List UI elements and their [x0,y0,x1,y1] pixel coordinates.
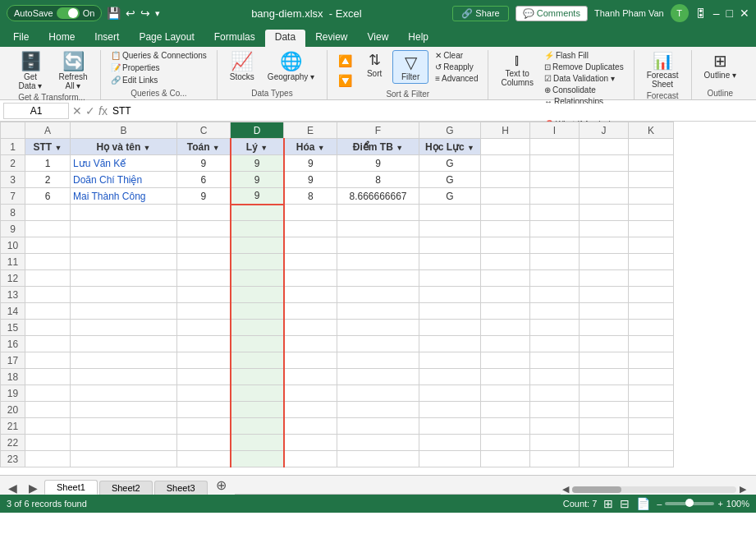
cell-G16[interactable] [419,336,481,352]
cell-D23[interactable] [231,451,284,467]
cell-F10[interactable] [337,237,419,254]
cell-C20[interactable] [177,402,231,418]
cell-A19[interactable] [25,385,71,402]
cell-mode-icon[interactable]: ⊞ [603,497,613,510]
sheet-tab-sheet2[interactable]: Sheet2 [99,481,153,495]
cell-K21[interactable] [629,418,674,435]
cell-A1[interactable]: STT ▼ [25,139,71,155]
cell-J10[interactable] [580,237,629,254]
cell-B3[interactable]: Doãn Chí Thiện [71,172,177,188]
zoom-slider[interactable] [665,502,714,505]
cell-H7[interactable] [481,188,530,205]
name-box[interactable] [3,103,69,119]
cell-B13[interactable] [71,287,177,303]
col-header-B[interactable]: B [71,122,177,139]
cell-I19[interactable] [530,385,580,402]
cell-G14[interactable] [419,303,481,320]
filter-button[interactable]: ▽ Filter [392,50,428,84]
grid-scroll[interactable]: A B C D E F G H I J K 1 STT ▼ [0,122,756,475]
cell-K23[interactable] [629,451,674,467]
cell-I3[interactable] [530,172,580,188]
edit-links-button[interactable]: 🔗 Edit Links [108,75,210,85]
cell-B7[interactable]: Mai Thành Công [71,188,177,205]
cell-A10[interactable] [25,237,71,254]
row-num-18[interactable]: 18 [1,369,25,385]
cell-J13[interactable] [580,287,629,303]
cell-D11[interactable] [231,254,284,270]
row-num-13[interactable]: 13 [1,287,25,303]
cell-E14[interactable] [284,303,337,320]
cell-E16[interactable] [284,336,337,352]
col-header-G[interactable]: G [419,122,481,139]
filter-E1-icon[interactable]: ▼ [318,144,325,152]
cell-A8[interactable] [25,205,71,221]
cell-B2[interactable]: Lưu Văn Kế [71,155,177,172]
cell-C17[interactable] [177,352,231,369]
col-header-J[interactable]: J [580,122,629,139]
get-data-button[interactable]: 🗄️ GetData ▾ [10,50,51,93]
cell-I18[interactable] [530,369,580,385]
cell-H15[interactable] [481,320,530,336]
cell-F9[interactable] [337,221,419,237]
layout-icon[interactable]: ⊟ [620,497,630,510]
cell-G18[interactable] [419,369,481,385]
cell-D20[interactable] [231,402,284,418]
cell-I10[interactable] [530,237,580,254]
cell-K12[interactable] [629,270,674,287]
sheet-nav-next[interactable]: ▶ [24,481,43,495]
cell-D2[interactable]: 9 [231,155,284,172]
cell-B1[interactable]: Họ và tên ▼ [71,139,177,155]
cell-B19[interactable] [71,385,177,402]
cell-E18[interactable] [284,369,337,385]
cell-H21[interactable] [481,418,530,435]
autosave-toggle[interactable] [57,7,80,19]
cell-G22[interactable] [419,435,481,451]
cell-D9[interactable] [231,221,284,237]
cell-H11[interactable] [481,254,530,270]
cell-C12[interactable] [177,270,231,287]
cell-F22[interactable] [337,435,419,451]
add-sheet-button[interactable]: ⊕ [209,476,233,495]
cell-B14[interactable] [71,303,177,320]
cell-K8[interactable] [629,205,674,221]
zoom-slider-thumb[interactable] [685,499,694,507]
cell-D21[interactable] [231,418,284,435]
close-button[interactable]: ✕ [740,7,749,20]
clear-button[interactable]: ✕ Clear [432,50,481,61]
cell-J18[interactable] [580,369,629,385]
cell-D1[interactable]: Lý ▼ [231,139,284,155]
cell-I22[interactable] [530,435,580,451]
cell-G13[interactable] [419,287,481,303]
tab-file[interactable]: File [3,30,39,47]
advanced-button[interactable]: ≡ Advanced [432,73,481,84]
data-validation-button[interactable]: ☑Data Validation ▾ [541,73,627,84]
cell-I11[interactable] [530,254,580,270]
cell-I13[interactable] [530,287,580,303]
cell-H2[interactable] [481,155,530,172]
cell-I23[interactable] [530,451,580,467]
cell-C16[interactable] [177,336,231,352]
tab-review[interactable]: Review [305,30,357,47]
sheet-tab-sheet1[interactable]: Sheet1 [44,480,98,495]
cell-D17[interactable] [231,352,284,369]
cell-I20[interactable] [530,402,580,418]
cell-K17[interactable] [629,352,674,369]
row-num-11[interactable]: 11 [1,254,25,270]
cell-G11[interactable] [419,254,481,270]
cell-I2[interactable] [530,155,580,172]
row-num-12[interactable]: 12 [1,270,25,287]
customize-icon[interactable]: ▾ [155,8,160,19]
sort-asc-button[interactable]: 🔼 [334,52,356,70]
cell-D3[interactable]: 9 [231,172,284,188]
cell-F21[interactable] [337,418,419,435]
row-num-9[interactable]: 9 [1,221,25,237]
sheet-nav-prev[interactable]: ◀ [3,481,22,495]
tab-formulas[interactable]: Formulas [204,30,265,47]
row-num-16[interactable]: 16 [1,336,25,352]
cell-H22[interactable] [481,435,530,451]
cell-K16[interactable] [629,336,674,352]
cell-G23[interactable] [419,451,481,467]
cell-A18[interactable] [25,369,71,385]
cell-K11[interactable] [629,254,674,270]
cell-B10[interactable] [71,237,177,254]
